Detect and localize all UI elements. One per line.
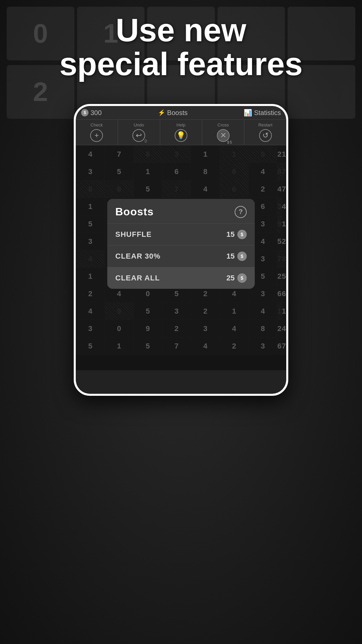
help-question-mark: ? — [239, 208, 243, 216]
restart-icon: ↺ — [259, 129, 272, 142]
cross-icon-wrap: ✕ $5 — [217, 129, 230, 142]
help-label: Help — [177, 122, 186, 127]
clear30-cost-value: 15 — [227, 252, 235, 261]
coins-value: 300 — [90, 109, 102, 117]
clearall-boost-item[interactable]: CLEAR ALL 25 $ — [107, 267, 255, 289]
clear30-cost: 15 $ — [227, 252, 247, 261]
cross-button[interactable]: Cross ✕ $5 — [202, 120, 244, 145]
clear30-label: CLEAR 30% — [115, 252, 161, 261]
help-button[interactable]: Help 💡 — [160, 120, 202, 145]
clear30-boost-item[interactable]: CLEAR 30% 15 $ — [107, 245, 255, 267]
stats-label: Statistics — [254, 109, 281, 117]
restart-label: Restart — [258, 122, 273, 127]
headline-line2: special features — [59, 46, 303, 82]
top-bar: $ 300 ⚡ Boosts 📊 Statistics — [76, 106, 286, 120]
check-icon: + — [90, 129, 103, 142]
game-grid: 4783119213516864878857462471213516345264… — [76, 145, 286, 370]
clearall-cost-value: 25 — [227, 274, 235, 282]
shuffle-cost-value: 15 — [227, 230, 235, 239]
coin-icon: $ — [81, 109, 88, 116]
stats-icon: 📊 — [244, 109, 252, 117]
phone-inner: $ 300 ⚡ Boosts 📊 Statistics Check + Undo — [76, 106, 286, 394]
phone-frame: $ 300 ⚡ Boosts 📊 Statistics Check + Undo — [74, 104, 288, 396]
restart-button[interactable]: Restart ↺ — [244, 120, 286, 145]
shuffle-boost-item[interactable]: SHUFFLE 15 $ — [107, 223, 255, 245]
coins-display: $ 300 — [81, 109, 102, 117]
undo-icon-wrap: ↩ 0 — [132, 129, 145, 142]
clearall-label: CLEAR ALL — [115, 274, 160, 282]
shuffle-coin-icon: $ — [237, 230, 247, 239]
undo-badge: 0 — [145, 139, 147, 144]
check-label: Check — [90, 122, 103, 127]
modal-title: Boosts — [115, 206, 154, 218]
cross-cost: $5 — [227, 140, 232, 144]
stats-tab[interactable]: 📊 Statistics — [244, 109, 281, 117]
undo-icon: ↩ — [132, 129, 145, 142]
modal-help-button[interactable]: ? — [235, 206, 247, 218]
shuffle-cost: 15 $ — [227, 230, 247, 239]
headline-line1: Use new — [116, 12, 246, 48]
phone-bottom — [76, 370, 286, 394]
boosts-tab[interactable]: ⚡ Boosts — [158, 109, 188, 117]
clearall-coin-icon: $ — [237, 273, 247, 283]
check-icon-wrap: + — [90, 129, 103, 142]
help-icon: 💡 — [175, 129, 187, 142]
headline-text: Use new special features — [20, 13, 342, 81]
undo-button[interactable]: Undo ↩ 0 — [118, 120, 160, 145]
undo-label: Undo — [134, 122, 144, 127]
boosts-label: Boosts — [167, 109, 188, 117]
clearall-cost: 25 $ — [227, 273, 247, 283]
help-icon-wrap: 💡 — [174, 129, 188, 142]
restart-icon-wrap: ↺ — [259, 129, 272, 142]
boosts-icon: ⚡ — [158, 109, 165, 116]
check-button[interactable]: Check + — [76, 120, 118, 145]
boosts-modal: Boosts ? SHUFFLE 15 $ CLEAR 30% 15 — [107, 199, 255, 289]
controls-bar: Check + Undo ↩ 0 Help 💡 Cross — [76, 120, 286, 145]
cross-label: Cross — [218, 122, 229, 127]
shuffle-label: SHUFFLE — [115, 230, 152, 239]
modal-header: Boosts ? — [107, 199, 255, 223]
clear30-coin-icon: $ — [237, 252, 247, 261]
headline: Use new special features — [0, 13, 362, 81]
